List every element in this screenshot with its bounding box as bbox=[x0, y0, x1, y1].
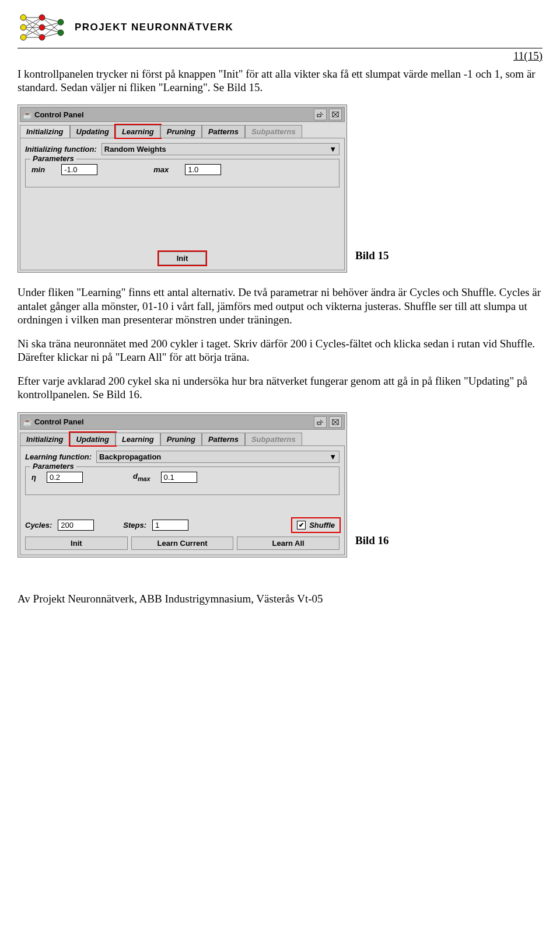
learning-function-label: Learning function: bbox=[25, 452, 92, 461]
learn-current-button[interactable]: Learn Current bbox=[131, 537, 234, 550]
figure-caption-16: Bild 16 bbox=[355, 534, 389, 547]
svg-rect-23 bbox=[317, 114, 321, 117]
shuffle-checkbox[interactable]: ✔ bbox=[297, 521, 306, 530]
close-icon[interactable] bbox=[329, 416, 342, 428]
tab-initializing[interactable]: Initializing bbox=[20, 125, 70, 138]
window-title: Control Panel bbox=[34, 110, 312, 119]
cycles-input[interactable]: 200 bbox=[58, 520, 94, 531]
header-divider bbox=[18, 48, 542, 48]
chevron-down-icon: ▼ bbox=[329, 145, 337, 154]
tab-updating[interactable]: Updating bbox=[70, 433, 116, 445]
paragraph-2: Under fliken "Learning" finns ett antal … bbox=[18, 285, 542, 326]
minimize-icon[interactable] bbox=[314, 109, 327, 120]
dmax-label: dmax bbox=[133, 472, 150, 482]
dropdown-value: Backpropagation bbox=[99, 452, 161, 461]
window-title: Control Panel bbox=[34, 417, 312, 426]
footer-text: Av Projekt Neuronnätverk, ABB Industrigy… bbox=[18, 593, 542, 605]
eta-input[interactable]: 0.2 bbox=[47, 472, 83, 483]
chevron-down-icon: ▼ bbox=[329, 452, 337, 461]
min-input[interactable]: -1.0 bbox=[61, 164, 97, 175]
shuffle-label: Shuffle bbox=[309, 521, 335, 530]
learning-function-dropdown[interactable]: Backpropagation ▼ bbox=[96, 451, 340, 463]
parameters-legend: Parameters bbox=[30, 462, 76, 471]
tab-updating[interactable]: Updating bbox=[70, 125, 116, 138]
dmax-input[interactable]: 0.1 bbox=[161, 472, 197, 483]
control-panel-screenshot-2: ☕ Control Panel Initializing Updating Le… bbox=[18, 412, 347, 558]
svg-point-20 bbox=[39, 34, 45, 40]
dropdown-value: Random Weights bbox=[104, 145, 166, 154]
tab-pruning[interactable]: Pruning bbox=[160, 433, 202, 445]
svg-point-17 bbox=[20, 34, 26, 40]
tab-strip: Initializing Updating Learning Pruning P… bbox=[20, 125, 345, 138]
max-input[interactable]: 1.0 bbox=[185, 164, 221, 175]
close-icon[interactable] bbox=[329, 109, 342, 120]
learn-all-button[interactable]: Learn All bbox=[237, 537, 340, 550]
tab-pruning[interactable]: Pruning bbox=[160, 125, 202, 138]
parameters-legend: Parameters bbox=[30, 154, 76, 163]
init-button[interactable]: Init bbox=[25, 537, 128, 550]
init-button[interactable]: Init bbox=[159, 252, 206, 265]
initializing-function-label: Initializing function: bbox=[25, 145, 97, 154]
logo-network-icon bbox=[18, 12, 66, 43]
control-panel-screenshot-1: ☕ Control Panel Initializing Updating Le… bbox=[18, 104, 347, 273]
min-label: min bbox=[32, 165, 45, 174]
cycles-label: Cycles: bbox=[25, 521, 52, 530]
coffee-icon: ☕ bbox=[23, 417, 32, 426]
minimize-icon[interactable] bbox=[314, 416, 327, 428]
document-header: PROJEKT NEURONNÄTVERK bbox=[18, 12, 542, 43]
tab-learning[interactable]: Learning bbox=[116, 125, 160, 138]
tab-strip: Initializing Updating Learning Pruning P… bbox=[20, 433, 345, 445]
page-number: 11(15) bbox=[18, 50, 542, 62]
svg-point-16 bbox=[20, 25, 26, 30]
initializing-function-dropdown[interactable]: Random Weights ▼ bbox=[102, 143, 340, 155]
svg-rect-28 bbox=[317, 422, 321, 424]
eta-label: η bbox=[32, 473, 36, 482]
svg-point-21 bbox=[58, 19, 64, 25]
svg-point-18 bbox=[39, 15, 45, 20]
svg-point-22 bbox=[58, 30, 64, 36]
tab-subpatterns: Subpatterns bbox=[245, 433, 302, 445]
project-title: PROJEKT NEURONNÄTVERK bbox=[75, 22, 233, 33]
tab-patterns[interactable]: Patterns bbox=[202, 433, 245, 445]
paragraph-3: Ni ska träna neuronnätet med 200 cykler … bbox=[18, 337, 542, 364]
paragraph-4: Efter varje avklarad 200 cykel ska ni un… bbox=[18, 374, 542, 401]
tab-patterns[interactable]: Patterns bbox=[202, 125, 245, 138]
svg-point-19 bbox=[39, 25, 45, 30]
max-label: max bbox=[153, 165, 169, 174]
svg-point-15 bbox=[20, 15, 26, 20]
steps-label: Steps: bbox=[123, 521, 146, 530]
paragraph-1: I kontrollpanelen trycker ni först på kn… bbox=[18, 67, 542, 94]
figure-caption-15: Bild 15 bbox=[355, 249, 389, 262]
steps-input[interactable]: 1 bbox=[152, 520, 188, 531]
tab-initializing[interactable]: Initializing bbox=[20, 433, 70, 445]
tab-learning[interactable]: Learning bbox=[116, 433, 160, 445]
tab-subpatterns: Subpatterns bbox=[245, 125, 302, 138]
coffee-icon: ☕ bbox=[23, 110, 32, 119]
